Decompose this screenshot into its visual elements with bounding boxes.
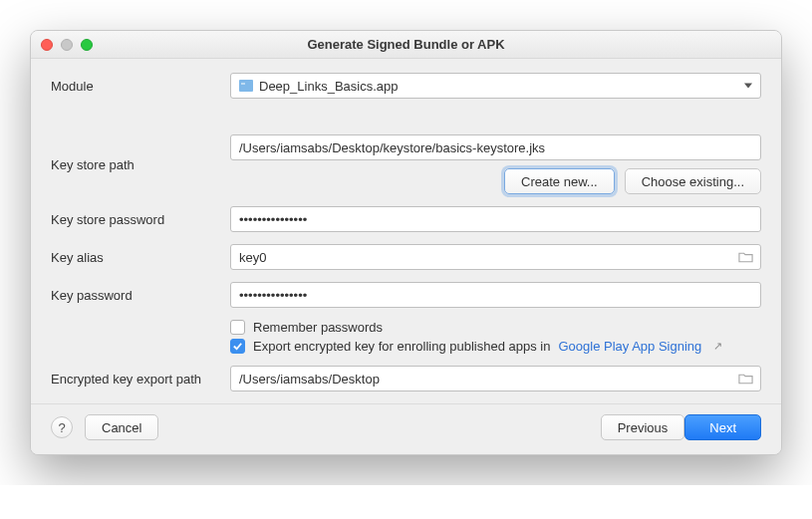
remember-passwords-checkbox[interactable]: Remember passwords: [230, 320, 761, 335]
keystore-password-label: Key store password: [51, 212, 230, 227]
key-password-label: Key password: [51, 288, 230, 303]
window-controls: [41, 39, 93, 51]
cancel-button[interactable]: Cancel: [85, 414, 158, 440]
chevron-down-icon: [744, 84, 752, 89]
encrypted-export-path-label: Encrypted key export path: [51, 372, 230, 387]
next-button[interactable]: Next: [684, 414, 761, 440]
keystore-path-input[interactable]: [230, 134, 761, 160]
footer: ? Cancel Previous Next: [31, 403, 781, 454]
module-label: Module: [51, 79, 230, 94]
checkbox-icon: [230, 339, 245, 354]
titlebar: Generate Signed Bundle or APK: [31, 31, 781, 59]
module-select[interactable]: Deep_Links_Basics.app: [230, 73, 761, 99]
choose-existing-button[interactable]: Choose existing...: [625, 168, 761, 194]
remember-passwords-label: Remember passwords: [253, 320, 383, 335]
window-title: Generate Signed Bundle or APK: [307, 37, 504, 52]
maximize-window-icon[interactable]: [81, 39, 93, 51]
previous-button[interactable]: Previous: [601, 414, 685, 440]
close-window-icon[interactable]: [41, 39, 53, 51]
browse-export-path-icon[interactable]: [738, 373, 753, 385]
google-play-signing-link[interactable]: Google Play App Signing: [558, 339, 701, 354]
export-encrypted-key-checkbox[interactable]: Export encrypted key for enrolling publi…: [230, 339, 761, 354]
export-encrypted-key-label: Export encrypted key for enrolling publi…: [253, 339, 550, 354]
key-alias-label: Key alias: [51, 250, 230, 265]
form-area: Module Deep_Links_Basics.app Key store p…: [31, 59, 781, 403]
key-alias-input[interactable]: [230, 244, 761, 270]
module-icon: [239, 80, 253, 92]
key-password-input[interactable]: [230, 282, 761, 308]
keystore-password-input[interactable]: [230, 206, 761, 232]
minimize-window-icon: [61, 39, 73, 51]
encrypted-export-path-input[interactable]: [230, 366, 761, 391]
dialog-window: Generate Signed Bundle or APK Module Dee…: [30, 30, 782, 455]
checkbox-icon: [230, 320, 245, 335]
module-selected-value: Deep_Links_Basics.app: [259, 79, 398, 94]
external-link-icon: ↗: [713, 340, 722, 353]
create-new-button[interactable]: Create new...: [504, 168, 615, 194]
browse-alias-icon[interactable]: [738, 251, 753, 263]
help-button[interactable]: ?: [51, 416, 73, 438]
keystore-path-label: Key store path: [51, 157, 230, 172]
